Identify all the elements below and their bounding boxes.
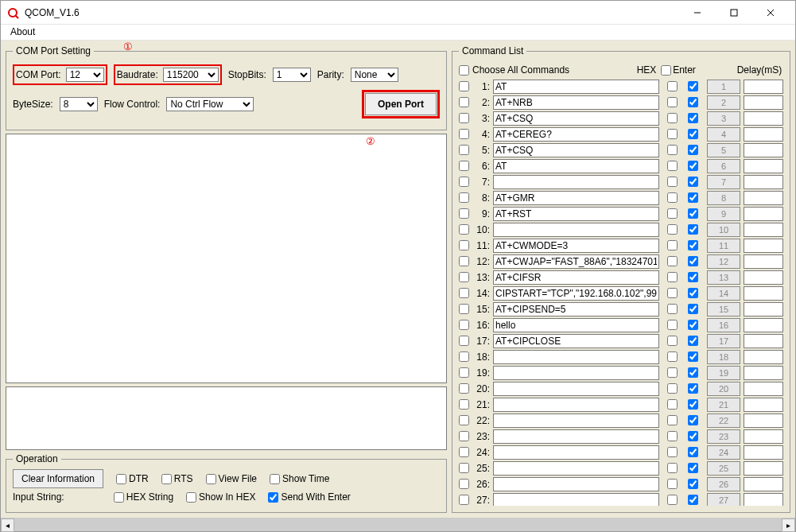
open-port-button[interactable]: Open Port [365,93,437,115]
flowcontrol-select[interactable]: No Ctrl Flow [166,97,254,111]
command-input[interactable] [493,207,659,221]
row-enter-checkbox[interactable] [688,272,698,282]
row-enter-checkbox[interactable] [688,208,698,219]
row-enter-checkbox[interactable] [688,97,698,107]
row-send-button[interactable]: 19 [707,366,740,380]
command-input[interactable] [493,270,659,285]
row-send-button[interactable]: 10 [707,223,740,237]
row-hex-checkbox[interactable] [667,192,678,203]
row-select-checkbox[interactable] [459,495,469,505]
command-input[interactable] [493,366,659,380]
row-delay-input[interactable] [744,366,783,380]
row-hex-checkbox[interactable] [667,367,678,378]
row-hex-checkbox[interactable] [667,161,678,171]
row-hex-checkbox[interactable] [667,81,678,91]
row-send-button[interactable]: 20 [707,382,740,396]
row-delay-input[interactable] [744,191,783,205]
showinhex-checkbox[interactable] [186,492,196,503]
row-select-checkbox[interactable] [459,240,469,250]
command-input[interactable] [493,286,659,301]
row-send-button[interactable]: 23 [707,429,740,444]
row-select-checkbox[interactable] [459,320,469,330]
row-delay-input[interactable] [744,334,783,348]
row-select-checkbox[interactable] [459,479,469,489]
row-send-button[interactable]: 6 [707,159,740,173]
row-select-checkbox[interactable] [459,256,469,266]
row-delay-input[interactable] [744,382,783,396]
row-hex-checkbox[interactable] [667,208,678,219]
row-enter-checkbox[interactable] [688,145,698,155]
bytesize-select[interactable]: 8 [60,97,98,111]
row-delay-input[interactable] [744,239,783,253]
row-hex-checkbox[interactable] [667,97,678,107]
command-input[interactable] [493,223,659,237]
row-hex-checkbox[interactable] [667,415,678,425]
command-input[interactable] [493,239,659,253]
row-enter-checkbox[interactable] [688,113,698,123]
row-select-checkbox[interactable] [459,97,469,107]
row-enter-checkbox[interactable] [688,431,698,441]
row-select-checkbox[interactable] [459,367,469,378]
status-output[interactable] [6,386,447,450]
row-send-button[interactable]: 11 [707,239,740,253]
scroll-left-arrow-icon[interactable]: ◂ [1,518,14,532]
row-select-checkbox[interactable] [459,161,469,171]
row-select-checkbox[interactable] [459,304,469,314]
row-delay-input[interactable] [744,477,783,491]
row-enter-checkbox[interactable] [688,288,698,298]
row-enter-checkbox[interactable] [688,177,698,187]
row-send-button[interactable]: 8 [707,191,740,205]
row-delay-input[interactable] [744,127,783,142]
row-hex-checkbox[interactable] [667,320,678,330]
row-delay-input[interactable] [744,95,783,110]
row-enter-checkbox[interactable] [688,383,698,394]
row-hex-checkbox[interactable] [667,272,678,282]
rts-checkbox[interactable] [161,474,172,484]
row-send-button[interactable]: 25 [707,461,740,476]
row-delay-input[interactable] [744,111,783,126]
row-send-button[interactable]: 24 [707,445,740,460]
row-delay-input[interactable] [744,493,783,507]
command-input[interactable] [493,175,659,189]
row-send-button[interactable]: 12 [707,254,740,269]
row-hex-checkbox[interactable] [667,479,678,489]
row-hex-checkbox[interactable] [667,495,678,505]
row-select-checkbox[interactable] [459,224,469,235]
row-send-button[interactable]: 18 [707,350,740,364]
row-enter-checkbox[interactable] [688,129,698,139]
row-select-checkbox[interactable] [459,208,469,219]
row-send-button[interactable]: 1 [707,80,740,94]
command-input[interactable] [493,350,659,364]
row-hex-checkbox[interactable] [667,129,678,139]
row-send-button[interactable]: 22 [707,414,740,428]
row-select-checkbox[interactable] [459,415,469,425]
row-send-button[interactable]: 13 [707,270,740,285]
row-select-checkbox[interactable] [459,192,469,203]
row-delay-input[interactable] [744,414,783,428]
command-input[interactable] [493,191,659,205]
row-select-checkbox[interactable] [459,383,469,394]
row-select-checkbox[interactable] [459,145,469,155]
row-delay-input[interactable] [744,175,783,189]
row-hex-checkbox[interactable] [667,224,678,235]
row-hex-checkbox[interactable] [667,113,678,123]
row-enter-checkbox[interactable] [688,463,698,473]
row-select-checkbox[interactable] [459,129,469,139]
row-select-checkbox[interactable] [459,177,469,187]
command-input[interactable] [493,318,659,332]
row-enter-checkbox[interactable] [688,304,698,314]
comport-select[interactable]: 12 [66,68,104,82]
row-delay-input[interactable] [744,286,783,301]
row-delay-input[interactable] [744,80,783,94]
row-enter-checkbox[interactable] [688,399,698,410]
row-delay-input[interactable] [744,159,783,173]
dtr-checkbox[interactable] [116,474,126,484]
row-select-checkbox[interactable] [459,81,469,91]
row-enter-checkbox[interactable] [688,320,698,330]
row-hex-checkbox[interactable] [667,177,678,187]
row-send-button[interactable]: 9 [707,207,740,221]
row-select-checkbox[interactable] [459,463,469,473]
row-send-button[interactable]: 21 [707,398,740,412]
row-delay-input[interactable] [744,302,783,316]
row-select-checkbox[interactable] [459,288,469,298]
